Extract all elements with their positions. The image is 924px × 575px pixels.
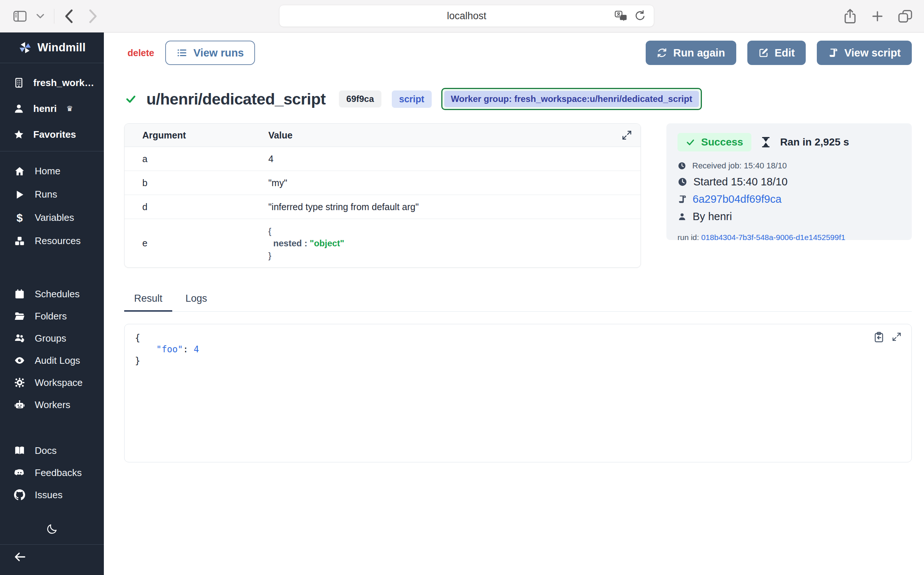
nav-label: Feedbacks	[35, 467, 82, 479]
sidebar-item-schedules[interactable]: Schedules	[0, 283, 104, 305]
table-row: d "inferred type string from default arg…	[124, 195, 640, 219]
sidebar-item-docs[interactable]: Docs	[0, 440, 104, 462]
collapse-sidebar-button[interactable]	[13, 551, 27, 563]
job-status-panel: Success Ran in 2,925 s Received job: 15:…	[666, 123, 912, 240]
table-row: b "my"	[124, 171, 640, 195]
translate-icon[interactable]	[615, 11, 627, 21]
sidebar-item-home[interactable]: Home	[0, 160, 104, 183]
sidebar-chevron-down-icon[interactable]	[36, 14, 45, 19]
delete-button[interactable]: delete	[127, 48, 154, 58]
argument-name: d	[124, 202, 268, 212]
nav-label: Variables	[35, 212, 74, 224]
argument-value: 4	[268, 154, 274, 164]
received-job-line: Received job: 15:40 18/10	[677, 161, 901, 171]
calendar-icon	[14, 288, 25, 300]
building-icon	[13, 77, 24, 88]
nav-label: Runs	[35, 189, 57, 200]
forward-button[interactable]	[88, 9, 98, 24]
nav-label: Schedules	[35, 288, 80, 300]
script-kind-badge[interactable]: script	[392, 91, 432, 108]
page-title: u/henri/dedicated_script	[147, 90, 326, 108]
sidebar-item-feedbacks[interactable]: Feedbacks	[0, 462, 104, 484]
scroll-icon	[677, 195, 687, 204]
edit-icon	[758, 48, 769, 58]
dark-mode-toggle[interactable]	[0, 518, 104, 540]
worker-group-badge-outline: Worker group: fresh_workspace:u/henri/de…	[441, 88, 702, 110]
arguments-table: Argument Value a 4 b "my" d "inferred ty…	[124, 123, 641, 268]
sidebar-item-favorites[interactable]: Favorites	[0, 121, 104, 147]
browser-toolbar: localhost	[0, 0, 924, 32]
nav-label: Workers	[35, 399, 70, 411]
favorites-label: Favorites	[33, 129, 76, 140]
view-runs-label: View runs	[193, 47, 244, 59]
argument-name: b	[124, 178, 268, 188]
expand-result-icon[interactable]	[892, 332, 902, 343]
tab-result[interactable]: Result	[124, 293, 172, 312]
worker-group-badge[interactable]: Worker group: fresh_workspace:u/henri/de…	[444, 91, 699, 107]
sidebar-item-variables[interactable]: $ Variables	[0, 206, 104, 229]
users-gear-icon	[14, 333, 25, 344]
share-button[interactable]	[843, 8, 857, 24]
result-viewer: { "foo": 4 }	[124, 324, 912, 462]
sidebar: Windmill fresh_worksp... henri ♛	[0, 32, 104, 575]
tab-logs[interactable]: Logs	[172, 293, 220, 312]
github-icon	[14, 489, 25, 500]
tab-overview-button[interactable]	[898, 9, 913, 23]
reload-icon[interactable]	[635, 10, 646, 22]
job-hash-link[interactable]: 6a297b04df69f9ca	[693, 193, 781, 205]
status-badge-label: Success	[701, 136, 743, 148]
nav-label: Docs	[35, 445, 57, 456]
started-text: Started 15:40 18/10	[693, 176, 788, 188]
play-icon	[14, 189, 25, 200]
sidebar-item-issues[interactable]: Issues	[0, 484, 104, 506]
expand-table-icon[interactable]	[621, 130, 632, 141]
result-tabs: Result Logs	[124, 293, 912, 312]
sidebar-item-user[interactable]: henri ♛	[0, 96, 104, 121]
run-id-line: run id: 018b4304-7b3f-548a-9006-d1e14525…	[677, 233, 901, 242]
dollar-icon: $	[14, 211, 25, 224]
run-again-label: Run again	[673, 47, 725, 59]
brand-name: Windmill	[37, 41, 85, 54]
sidebar-item-resources[interactable]: Resources	[0, 229, 104, 253]
run-again-button[interactable]: Run again	[646, 41, 736, 65]
started-line: Started 15:40 18/10	[677, 176, 901, 188]
argument-object-value: { nested : "object"}	[268, 219, 344, 267]
nav-label: Issues	[35, 489, 62, 501]
sidebar-item-runs[interactable]: Runs	[0, 183, 104, 206]
user-name: henri	[33, 103, 57, 114]
view-runs-button[interactable]: View runs	[165, 41, 255, 65]
eye-icon	[14, 355, 25, 366]
copy-result-icon[interactable]	[874, 332, 884, 343]
sidebar-item-workers[interactable]: Workers	[0, 394, 104, 416]
windmill-logo[interactable]: Windmill	[0, 32, 104, 63]
script-title-row: u/henri/dedicated_script 69f9ca script W…	[125, 88, 702, 110]
sidebar-item-audit-logs[interactable]: Audit Logs	[0, 349, 104, 372]
sidebar-item-workspace-settings[interactable]: Workspace	[0, 372, 104, 394]
star-icon	[13, 129, 24, 140]
back-button[interactable]	[64, 9, 73, 24]
scroll-icon	[828, 48, 838, 58]
toolbar-separator	[54, 9, 54, 24]
run-id-link[interactable]: 018b4304-7b3f-548a-9006-d1e1452599f1	[701, 233, 845, 241]
run-id-label: run id:	[677, 233, 699, 241]
edit-button[interactable]: Edit	[747, 41, 806, 65]
address-bar[interactable]: localhost	[279, 5, 654, 27]
nav-label: Home	[35, 165, 60, 177]
view-script-button[interactable]: View script	[817, 41, 912, 65]
user-icon	[13, 103, 24, 114]
crown-icon: ♛	[67, 104, 73, 113]
sidebar-item-workspace[interactable]: fresh_worksp...	[0, 70, 104, 96]
nav-label: Folders	[35, 311, 67, 322]
script-hash-badge[interactable]: 69f9ca	[339, 91, 381, 108]
address-url: localhost	[447, 10, 486, 22]
column-header-value: Value	[268, 130, 292, 141]
run-toolbar: delete View runs Run again Edit	[127, 41, 912, 65]
check-icon	[686, 137, 695, 147]
status-badge: Success	[677, 133, 751, 151]
new-tab-button[interactable]	[871, 10, 884, 23]
sidebar-item-groups[interactable]: Groups	[0, 327, 104, 349]
sidebar-item-folders[interactable]: Folders	[0, 305, 104, 327]
sidebar-toggle-button[interactable]	[13, 11, 27, 22]
nav-label: Groups	[35, 333, 66, 344]
boxes-icon	[14, 236, 25, 247]
